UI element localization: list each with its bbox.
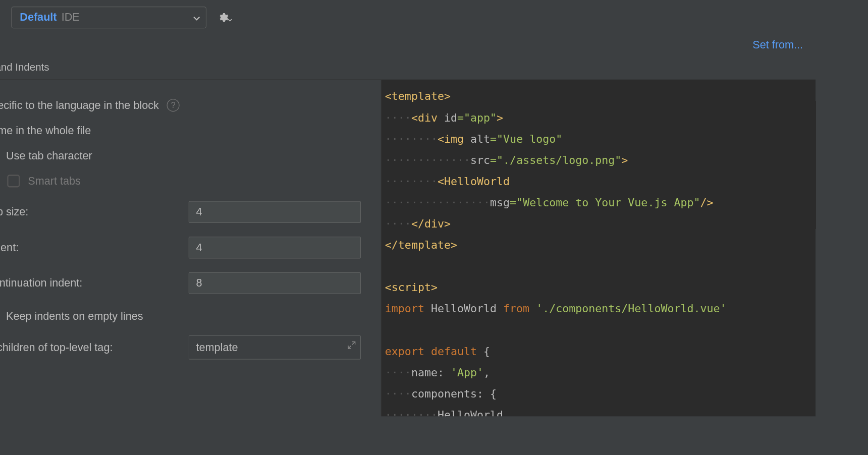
radio-specific-label: Specific to the language in the block (0, 99, 159, 111)
continuation-indent-input[interactable] (189, 272, 361, 294)
tab-size-label: Tab size: (0, 206, 181, 218)
indent-children-field[interactable]: template (189, 335, 361, 360)
tab-size-input[interactable] (189, 201, 361, 223)
scheme-suffix: IDE (62, 11, 80, 24)
code-preview: <template> ····<div id="app"> ········<i… (382, 80, 816, 417)
indent-label: Indent: (0, 241, 181, 254)
indent-input[interactable] (189, 237, 361, 258)
scheme-dropdown[interactable]: Default IDE (11, 7, 206, 28)
scheme-label: Scheme: (0, 11, 1, 24)
indent-children-label: Indent children of top-level tag: (0, 341, 181, 354)
checkbox-smart-tabs (7, 175, 20, 187)
set-from-link[interactable]: Set from... (752, 39, 803, 51)
checkbox-keep-indents-label: Keep indents on empty lines (6, 310, 143, 323)
radio-same-label: Same in the whole file (0, 124, 91, 137)
indent-children-value: template (196, 341, 238, 354)
scheme-value: Default (20, 11, 57, 24)
help-icon[interactable]: ? (167, 99, 180, 111)
continuation-indent-label: Continuation indent: (0, 277, 181, 290)
tab-tabs-and-indents[interactable]: Tabs and Indents (0, 56, 816, 80)
expand-icon[interactable] (348, 339, 356, 352)
checkbox-smart-tabs-label: Smart tabs (28, 175, 81, 187)
checkbox-use-tab-label: Use tab character (6, 149, 92, 162)
chevron-down-icon (193, 13, 200, 22)
gear-icon[interactable] (216, 10, 233, 26)
settings-form: Specific to the language in the block ? … (0, 80, 382, 417)
